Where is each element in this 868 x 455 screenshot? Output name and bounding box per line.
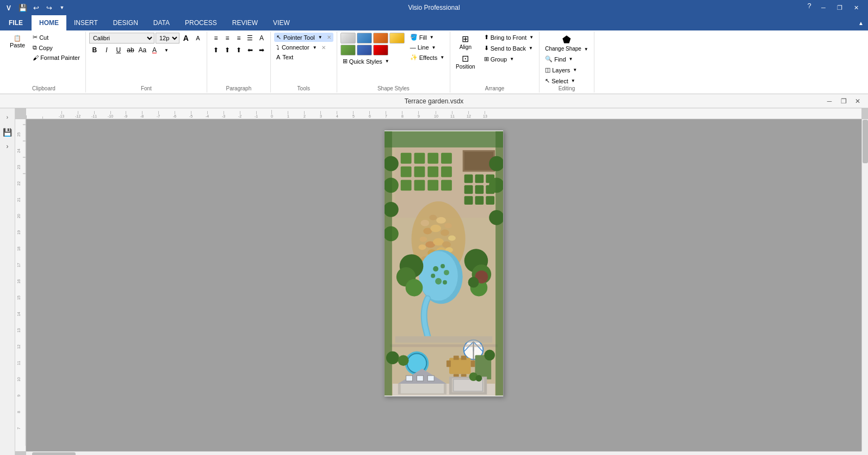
svg-text:12: 12: [17, 345, 21, 349]
strikethrough-button[interactable]: ab: [125, 45, 136, 56]
svg-text:10: 10: [17, 377, 21, 382]
save-icon[interactable]: 💾: [17, 2, 28, 13]
ribbon-content: 📋 Paste ✂ Cut ⧉ Copy 🖌 Format Painter: [0, 30, 868, 94]
cut-button[interactable]: ✂ Cut: [30, 33, 82, 42]
font-color-button[interactable]: A: [149, 45, 160, 56]
tab-data[interactable]: DATA: [146, 15, 177, 30]
svg-rect-121: [406, 376, 413, 381]
align-right-button[interactable]: ≡: [233, 33, 244, 44]
sidebar-left: › 💾 ›: [0, 108, 15, 455]
scroll-thumb-vertical[interactable]: [863, 120, 868, 163]
tab-review[interactable]: REVIEW: [225, 15, 265, 30]
svg-point-68: [448, 235, 456, 241]
font-size-select[interactable]: 12pt.: [156, 33, 179, 44]
scrollbar-vertical[interactable]: [861, 119, 868, 451]
send-to-back-button[interactable]: ⬇ Send to Back ▼: [482, 44, 536, 53]
change-shape-button[interactable]: ⬟ Change Shape ▼: [543, 33, 590, 53]
style-swatch-2[interactable]: [357, 33, 372, 44]
indent-right-button[interactable]: ➡: [256, 45, 267, 56]
quick-styles-label: Quick Styles: [349, 58, 382, 65]
case-button[interactable]: Aa: [137, 45, 148, 56]
doc-minimize-btn[interactable]: ─: [823, 95, 835, 107]
doc-restore-btn[interactable]: ❐: [838, 95, 850, 107]
shrink-font-button[interactable]: A: [193, 33, 203, 44]
style-swatch-7[interactable]: [373, 45, 388, 56]
bold-button[interactable]: B: [89, 45, 100, 56]
align-button[interactable]: ⊞ Align: [454, 33, 478, 51]
scrollbar-horizontal[interactable]: [26, 451, 861, 455]
style-swatch-4[interactable]: [389, 33, 405, 44]
group-button[interactable]: ⊞ Group ▼: [482, 54, 536, 64]
redo-icon[interactable]: ↪: [44, 2, 54, 13]
close-btn[interactable]: ✕: [848, 0, 864, 15]
pointer-tool-button[interactable]: ↖ Pointer Tool ▼ ✕: [274, 33, 333, 42]
svg-rect-45: [475, 175, 483, 183]
canvas-area[interactable]: -13 -12 -11 -10 -9 -8 -7 -6 -5 -4 -3 -2 …: [15, 108, 868, 455]
minimize-btn[interactable]: ─: [816, 0, 831, 15]
select-label: Select: [551, 78, 568, 84]
svg-rect-123: [427, 376, 434, 381]
svg-text:25: 25: [17, 132, 21, 137]
style-swatch-6[interactable]: [357, 45, 372, 56]
doc-window-controls: ─ ❐ ✕: [823, 95, 864, 107]
italic-button[interactable]: I: [101, 45, 112, 56]
customize-icon[interactable]: ▼: [57, 2, 67, 13]
help-icon[interactable]: ?: [804, 0, 815, 11]
indent-left-button[interactable]: ⬅: [245, 45, 256, 56]
align-left-button[interactable]: ≡: [210, 33, 221, 44]
font-group-label: Font: [141, 85, 152, 93]
tab-insert[interactable]: INSERT: [66, 15, 106, 30]
tab-file[interactable]: FILE: [0, 15, 32, 30]
copy-button[interactable]: ⧉ Copy: [30, 43, 82, 52]
connector-button[interactable]: ⤵ Connector ▼ ✕: [274, 43, 328, 52]
font-name-select[interactable]: Calibri: [89, 33, 154, 44]
find-button[interactable]: 🔍 Find ▼: [543, 54, 575, 64]
editing-group-label: Editing: [559, 85, 575, 93]
chevron-right-icon: ›: [7, 114, 8, 120]
pointer-tool-label: Pointer Tool: [283, 34, 315, 41]
ribbon-collapse[interactable]: ▲: [854, 15, 868, 30]
scroll-thumb-horizontal[interactable]: [32, 452, 76, 455]
doc-title-bar: Terrace garden.vsdx ─ ❐ ✕: [0, 94, 868, 108]
doc-close-btn[interactable]: ✕: [852, 95, 864, 107]
tab-view[interactable]: VIEW: [265, 15, 297, 30]
style-swatch-5[interactable]: [340, 45, 356, 56]
position-button[interactable]: ⊡ Position: [454, 52, 478, 71]
bottom-align-button[interactable]: ⬆: [233, 45, 244, 56]
layers-button[interactable]: ◫ Layers ▼: [543, 65, 579, 75]
ribbon-tab-bar: FILE HOME INSERT DESIGN DATA PROCESS REV…: [0, 15, 868, 30]
restore-btn[interactable]: ❐: [832, 0, 847, 15]
tab-home[interactable]: HOME: [32, 15, 66, 30]
grow-font-button[interactable]: A: [181, 33, 191, 44]
format-painter-button[interactable]: 🖌 Format Painter: [30, 53, 82, 62]
sidebar-expand-btn[interactable]: ›: [1, 110, 14, 124]
effects-button[interactable]: ✨ Effects ▼: [408, 53, 447, 62]
fill-button[interactable]: 🪣 Fill ▼: [408, 33, 447, 42]
font-color-dd[interactable]: ▼: [161, 45, 172, 56]
top-align-button[interactable]: ⬆: [210, 45, 221, 56]
tools-group-label: Tools: [297, 85, 310, 93]
svg-text:15: 15: [17, 296, 21, 300]
bullet-button[interactable]: ☰: [245, 33, 256, 44]
find-icon: 🔍: [545, 56, 553, 63]
align-center-button[interactable]: ≡: [222, 33, 233, 44]
quick-styles-button[interactable]: ⊞ Quick Styles ▼: [340, 57, 405, 66]
bring-to-front-button[interactable]: ⬆ Bring to Front ▼: [482, 33, 536, 42]
svg-point-69: [419, 236, 427, 242]
middle-align-button[interactable]: ⬆: [222, 45, 233, 56]
style-swatch-1[interactable]: [340, 33, 356, 44]
tab-design[interactable]: DESIGN: [106, 15, 146, 30]
paste-button[interactable]: 📋 Paste: [5, 33, 29, 51]
underline-button[interactable]: U: [113, 45, 124, 56]
svg-point-72: [442, 241, 451, 248]
stencil-expand-icon[interactable]: ›: [1, 140, 14, 153]
tab-process[interactable]: PROCESS: [177, 15, 225, 30]
line-button[interactable]: — Line ▼: [408, 43, 447, 52]
style-swatch-3[interactable]: [373, 33, 388, 44]
text-button[interactable]: A Text: [274, 53, 296, 62]
decrease-indent[interactable]: A: [256, 33, 267, 44]
page-canvas[interactable]: [26, 119, 861, 451]
select-button[interactable]: ↖ Select ▼: [543, 76, 578, 85]
paragraph-group: ≡ ≡ ≡ ☰ A ⬆ ⬆ ⬆ ⬅ ➡ Paragraph: [207, 32, 271, 93]
undo-icon[interactable]: ↩: [30, 2, 41, 13]
